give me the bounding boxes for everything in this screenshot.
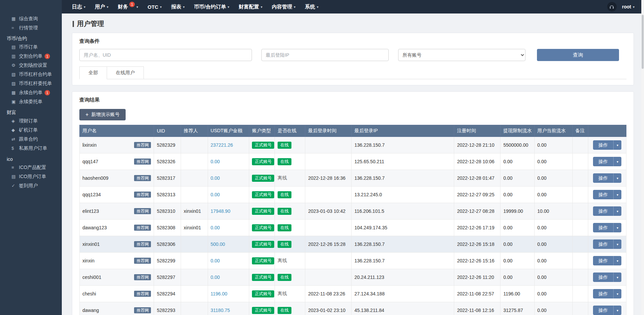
balance-link[interactable]: 17948.90	[211, 208, 230, 214]
topbar-menu[interactable]: 用户 ▾	[90, 0, 113, 13]
scrollbar-thumb[interactable]	[642, 15, 644, 69]
chevron-down-icon[interactable]: ▾	[613, 173, 621, 183]
user-menu[interactable]: root ▾	[622, 4, 635, 9]
balance-link[interactable]: 0.00	[211, 192, 220, 197]
action-button-label[interactable]: 操作	[593, 223, 613, 232]
balance-link[interactable]: 0.00	[211, 225, 220, 230]
sidebar-item[interactable]: $ 私募用户订单	[0, 144, 62, 153]
action-button-label[interactable]: 操作	[593, 256, 613, 265]
action-button-label[interactable]: 操作	[593, 190, 613, 199]
sidebar-item[interactable]: ▤ 币币订单	[0, 42, 62, 52]
balance-link[interactable]: 0.00	[211, 258, 220, 263]
balance-link[interactable]: 237221.26	[211, 142, 233, 148]
topbar-menu[interactable]: 财务 1 ▾	[113, 0, 143, 13]
add-demo-account-button[interactable]: + 新增演示账号	[79, 109, 126, 120]
referral-badge[interactable]: 推荐网	[134, 208, 151, 214]
balance-cell: 31180.75	[208, 302, 249, 315]
action-split-button[interactable]: 操作 ▾	[593, 273, 621, 282]
withdraw-limit-flow-cell: 0.00	[500, 236, 535, 253]
username-input[interactable]	[79, 49, 252, 61]
action-button-label[interactable]: 操作	[593, 273, 613, 282]
chevron-down-icon[interactable]: ▾	[613, 140, 621, 150]
referral-badge[interactable]: 推荐网	[134, 159, 151, 165]
action-button-label[interactable]: 操作	[593, 289, 613, 298]
sidebar-item[interactable]: ≡ ICO产品配置	[0, 163, 62, 172]
action-button-label[interactable]: 操作	[593, 239, 613, 249]
action-split-button[interactable]: 操作 ▾	[593, 306, 621, 315]
withdraw-limit-flow-cell: 0.00	[500, 153, 535, 170]
balance-link[interactable]: 31180.75	[211, 308, 230, 313]
action-split-button[interactable]: 操作 ▾	[593, 140, 621, 150]
chevron-down-icon[interactable]: ▾	[613, 239, 621, 249]
sidebar-item[interactable]: 币币/合约	[0, 32, 62, 42]
action-split-button[interactable]: 操作 ▾	[593, 289, 621, 298]
sidebar-item[interactable]: ▣ 永续委托单	[0, 97, 62, 106]
topbar-menu[interactable]: 内容管理 ▾	[267, 0, 300, 13]
referral-badge[interactable]: 推荐网	[134, 192, 151, 198]
sidebar-item[interactable]: ✓ 签到用户	[0, 181, 62, 190]
sidebar-item[interactable]: ▥ 交割合约单 1	[0, 52, 62, 61]
topbar-menu[interactable]: 日志 ▾	[67, 0, 90, 13]
account-type-select[interactable]: 所有账号	[398, 49, 525, 61]
sidebar-item[interactable]: ▦ 综合查询	[0, 14, 62, 23]
balance-link[interactable]: 0.00	[211, 159, 220, 164]
search-button[interactable]: 查询	[537, 49, 619, 61]
sidebar-item[interactable]: ◆ 矿机订单	[0, 125, 62, 135]
action-split-button[interactable]: 操作 ▾	[593, 173, 621, 183]
action-button-label[interactable]: 操作	[593, 306, 613, 315]
topbar-menu[interactable]: OTC ▾	[143, 0, 166, 13]
sidebar-item[interactable]: ⇄ 跟单合约	[0, 135, 62, 144]
chevron-down-icon[interactable]: ▾	[613, 190, 621, 199]
topbar-menu[interactable]: 财富配置 ▾	[234, 0, 267, 13]
referral-badge[interactable]: 推荐网	[134, 142, 151, 148]
sidebar-item[interactable]: ◈ 理财订单	[0, 116, 62, 125]
action-split-button[interactable]: 操作 ▾	[593, 190, 621, 199]
topbar-menu[interactable]: 系统 ▾	[300, 0, 323, 13]
online-status: 在线	[278, 208, 291, 215]
sidebar-item[interactable]: 财富	[0, 106, 62, 116]
referral-badge[interactable]: 推荐网	[134, 258, 151, 264]
sidebar-item[interactable]: ▤ ICO用户订单	[0, 172, 62, 181]
topbar-menu[interactable]: 币币/合约订单 ▾	[189, 0, 234, 13]
sidebar-item[interactable]: ▨ 币币杠杆委托单	[0, 79, 62, 88]
action-button-label[interactable]: 操作	[593, 140, 613, 150]
action-split-button[interactable]: 操作 ▾	[593, 223, 621, 232]
referral-badge[interactable]: 推荐网	[134, 291, 151, 297]
balance-link[interactable]: 500.00	[211, 241, 225, 247]
topbar-menu[interactable]: 报表 ▾	[166, 0, 189, 13]
username: qqq147	[82, 159, 98, 164]
balance-link[interactable]: 0.00	[211, 175, 220, 181]
scrollbar[interactable]	[641, 0, 644, 315]
referral-badge[interactable]: 推荐网	[134, 225, 151, 231]
balance-link[interactable]: 0.00	[211, 275, 220, 280]
sidebar-item[interactable]: ▩ 永续合约单 1	[0, 88, 62, 97]
action-split-button[interactable]: 操作 ▾	[593, 239, 621, 249]
tab[interactable]: 全部	[79, 66, 107, 79]
chevron-down-icon[interactable]: ▾	[613, 273, 621, 282]
referral-badge[interactable]: 推荐网	[134, 241, 151, 247]
chevron-down-icon[interactable]: ▾	[613, 256, 621, 265]
sidebar-item[interactable]: ⚙ 交割场控设置	[0, 61, 62, 70]
chevron-down-icon[interactable]: ▾	[613, 289, 621, 298]
last-login-ip-input[interactable]	[261, 49, 389, 61]
tab[interactable]: 在线用户	[107, 66, 144, 79]
chevron-down-icon[interactable]: ▾	[613, 206, 621, 216]
action-button-label[interactable]: 操作	[593, 157, 613, 166]
chevron-down-icon[interactable]: ▾	[613, 306, 621, 315]
balance-link[interactable]: 1196.00	[211, 291, 228, 296]
sidebar-item[interactable]: ≈ 行情管理	[0, 23, 62, 32]
action-button-label[interactable]: 操作	[593, 173, 613, 183]
chevron-down-icon[interactable]: ▾	[613, 223, 621, 232]
referral-badge[interactable]: 推荐网	[134, 307, 151, 313]
headset-button[interactable]	[607, 2, 617, 11]
action-split-button[interactable]: 操作 ▾	[593, 206, 621, 216]
action-split-button[interactable]: 操作 ▾	[593, 157, 621, 166]
chevron-down-icon[interactable]: ▾	[613, 157, 621, 166]
sidebar-item[interactable]: ▧ 币币杠杆合约单	[0, 70, 62, 79]
current-flow-cell: 0.00	[535, 153, 573, 170]
referral-badge[interactable]: 推荐网	[134, 175, 151, 181]
action-button-label[interactable]: 操作	[593, 206, 613, 216]
referral-badge[interactable]: 推荐网	[134, 274, 151, 280]
action-split-button[interactable]: 操作 ▾	[593, 256, 621, 265]
sidebar-item[interactable]: ico	[0, 153, 62, 163]
